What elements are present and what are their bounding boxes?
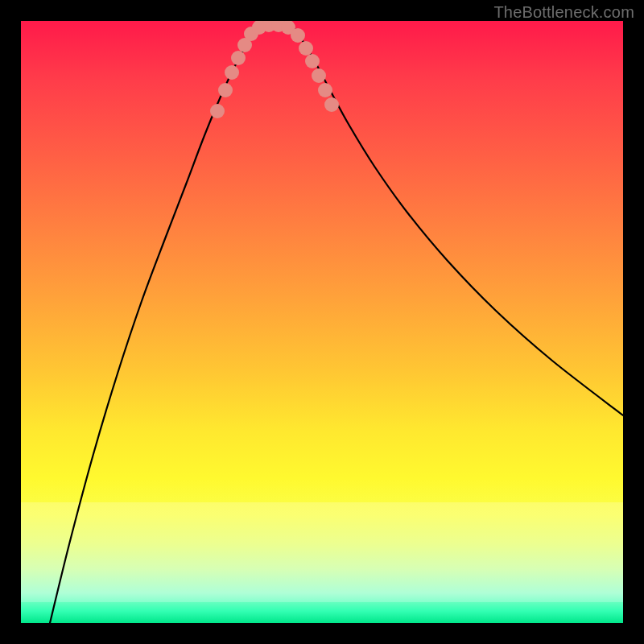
watermark-text: TheBottleneck.com [493, 3, 634, 22]
salmon-marker [299, 41, 313, 56]
plot-area [21, 21, 623, 623]
salmon-marker [318, 83, 332, 97]
salmon-marker [210, 104, 225, 118]
salmon-marker [305, 54, 320, 68]
salmon-marker [291, 28, 305, 43]
salmon-marker [324, 97, 339, 112]
left-curve-line [50, 29, 254, 623]
curves-svg [21, 21, 623, 623]
salmon-marker [231, 51, 246, 65]
salmon-marker [225, 65, 239, 80]
salmon-marker [312, 68, 326, 83]
salmon-marker-group [210, 21, 339, 118]
right-curve-line [295, 29, 623, 415]
chart-frame: TheBottleneck.com [0, 0, 644, 644]
salmon-marker [218, 83, 233, 97]
